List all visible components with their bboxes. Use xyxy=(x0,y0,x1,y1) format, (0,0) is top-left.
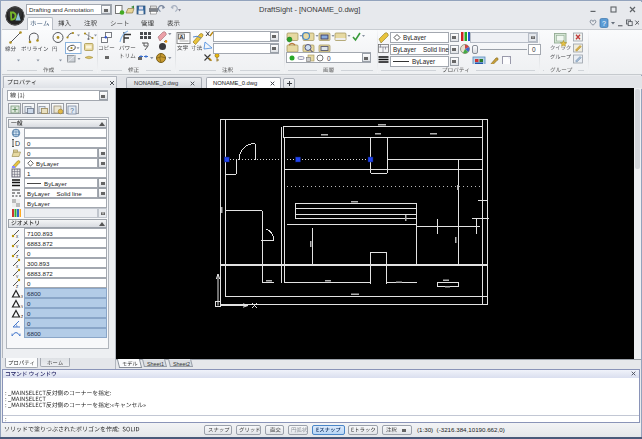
svg-text:ByLayer: ByLayer xyxy=(412,58,435,65)
svg-text:?: ? xyxy=(602,20,606,27)
svg-text:ByLayer: ByLayer xyxy=(36,160,59,167)
svg-text:ByLayer: ByLayer xyxy=(403,34,426,41)
svg-text:A: A xyxy=(180,34,184,40)
svg-text:D: D xyxy=(15,140,20,147)
svg-text:ByLayer: ByLayer xyxy=(44,180,67,187)
svg-text:0: 0 xyxy=(327,55,331,62)
svg-text:?: ? xyxy=(70,106,74,113)
